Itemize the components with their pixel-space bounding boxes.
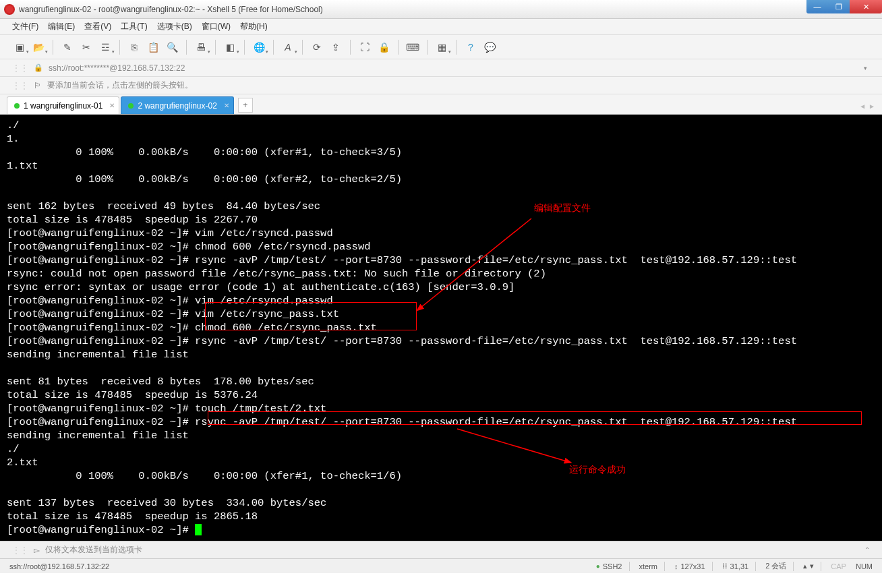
status-connection: ssh://root@192.168.57.132:22 (9, 562, 587, 570)
app-icon (4, 4, 15, 15)
separator (53, 40, 53, 55)
color-icon[interactable]: ◧ (223, 40, 237, 55)
bookmark-icon[interactable]: 🏳 (34, 81, 42, 90)
addressbar: ⋮⋮ 🔒 ssh://root:********@192.168.57.132:… (0, 59, 882, 77)
annotation-arrow-1 (417, 216, 538, 317)
statusbar: ssh://root@192.168.57.132:22 ●SSH2 xterm… (0, 558, 882, 573)
separator (427, 40, 428, 55)
new-session-icon[interactable]: ▣ (12, 40, 27, 55)
separator (186, 40, 187, 55)
info-text: 要添加当前会话，点击左侧的箭头按钮。 (47, 80, 193, 91)
separator (244, 40, 245, 55)
resize-icon: ↕ (674, 562, 678, 570)
maximize-button[interactable]: ❐ (828, 0, 850, 13)
compose-bar: ⋮⋮ ▻ 仅将文本发送到当前选项卡 ⌃ (0, 541, 882, 558)
status-term: xterm (639, 562, 658, 570)
separator (793, 562, 794, 571)
tab-session-1[interactable]: 1 wangruifenglinux-01 ✕ (7, 96, 119, 114)
fullscreen-icon[interactable]: ⛶ (357, 40, 372, 55)
titlebar: wangrufienglinux-02 - root@wangruifengli… (0, 0, 882, 19)
find-icon[interactable]: 🔍 (165, 40, 179, 55)
menubar: 文件(F) 编辑(E) 查看(V) 工具(T) 选项卡(B) 窗口(W) 帮助(… (0, 19, 882, 35)
menu-file[interactable]: 文件(F) (12, 21, 38, 32)
separator (755, 562, 756, 571)
annotation-label-1: 编辑配置文件 (534, 201, 591, 214)
separator (215, 40, 216, 55)
position-icon: ⁞⁞ (722, 562, 728, 570)
print-icon[interactable]: 🖶 (194, 40, 208, 55)
minimize-button[interactable]: — (806, 0, 828, 13)
annotation-arrow-2 (453, 426, 575, 468)
tab-next-icon[interactable]: ► (869, 102, 875, 110)
separator (664, 562, 665, 571)
disconnect-icon[interactable]: ✂ (79, 40, 94, 55)
terminal[interactable]: ./ 1. 0 100% 0.00kB/s 0:00:00 (xfer#1, t… (0, 115, 882, 541)
close-tab-icon[interactable]: ✕ (109, 102, 115, 109)
address-url[interactable]: ssh://root:********@192.168.57.132:22 (49, 63, 185, 73)
menu-edit[interactable]: 编辑(E) (48, 21, 75, 32)
connected-icon: ● (596, 562, 600, 570)
tab-session-2[interactable]: 2 wangrufienglinux-02 ✕ (121, 96, 233, 114)
send-icon[interactable]: ▻ (34, 546, 40, 555)
paste-icon[interactable]: 📋 (146, 40, 160, 55)
expand-icon[interactable]: ⌃ (864, 546, 870, 554)
tab-label: 2 wangrufienglinux-02 (138, 101, 216, 111)
svg-line-1 (457, 429, 566, 461)
status-cap: CAP (831, 562, 846, 570)
help-icon[interactable]: ? (463, 40, 478, 55)
separator (712, 562, 713, 571)
separator (119, 40, 120, 55)
infobar: ⋮⋮ 🏳 要添加当前会话，点击左侧的箭头按钮。 (0, 77, 882, 94)
upload-icon[interactable]: ⇪ (328, 40, 343, 55)
copy-icon[interactable]: ⎘ (127, 40, 142, 55)
tab-prev-icon[interactable]: ◄ (859, 102, 866, 110)
reconnect-icon[interactable]: ✎ (60, 40, 75, 55)
tab-nav: ◄ ► (859, 102, 875, 110)
dropdown-icon[interactable]: ▾ (864, 65, 867, 71)
toolbar: ▣ 📂 ✎ ✂ ☲ ⎘ 📋 🔍 🖶 ◧ 🌐 A ⟳ ⇪ ⛶ 🔒 ⌨ ▦ ? 💬 (0, 35, 882, 59)
status-dot-icon (14, 103, 20, 109)
menu-tools[interactable]: 工具(T) (121, 21, 147, 32)
font-icon[interactable]: A (281, 40, 295, 55)
status-size: 127x31 (681, 562, 705, 570)
separator (629, 562, 630, 571)
sessions-up-icon[interactable]: ▴ (803, 562, 807, 570)
separator (398, 40, 399, 55)
close-tab-icon[interactable]: ✕ (224, 102, 229, 109)
lock-icon[interactable]: 🔒 (376, 40, 391, 55)
close-button[interactable]: ✕ (850, 0, 882, 13)
status-dot-icon (128, 103, 134, 109)
menu-window[interactable]: 窗口(W) (202, 21, 231, 32)
menu-tabs[interactable]: 选项卡(B) (157, 21, 192, 32)
properties-icon[interactable]: ☲ (98, 40, 113, 55)
terminal-output: ./ 1. 0 100% 0.00kB/s 0:00:00 (xfer#1, t… (7, 119, 797, 536)
grip-icon: ⋮⋮ (12, 546, 28, 555)
separator (350, 40, 351, 55)
security-lock-icon: 🔒 (34, 63, 43, 72)
layout-icon[interactable]: ▦ (434, 40, 449, 55)
status-num: NUM (856, 562, 873, 570)
transfer-icon[interactable]: ⟳ (310, 40, 324, 55)
status-position: 31,31 (730, 562, 749, 570)
separator (821, 562, 821, 571)
menu-view[interactable]: 查看(V) (84, 21, 111, 32)
globe-icon[interactable]: 🌐 (252, 40, 266, 55)
compose-placeholder[interactable]: 仅将文本发送到当前选项卡 (45, 544, 142, 556)
cursor (195, 524, 202, 535)
open-icon[interactable]: 📂 (31, 40, 46, 55)
add-tab-button[interactable]: + (238, 98, 253, 113)
separator (273, 40, 274, 55)
window-title: wangrufienglinux-02 - root@wangruifengli… (19, 5, 323, 14)
menu-help[interactable]: 帮助(H) (240, 21, 268, 32)
sessions-down-icon[interactable]: ▾ (810, 562, 814, 570)
tips-icon[interactable]: 💬 (482, 40, 497, 55)
grip-icon: ⋮⋮ (12, 81, 28, 90)
window-controls: — ❐ ✕ (806, 0, 882, 13)
keyboard-icon[interactable]: ⌨ (405, 40, 420, 55)
separator (456, 40, 457, 55)
status-sessions: 2 会话 (765, 561, 786, 571)
grip-icon: ⋮⋮ (12, 63, 28, 73)
separator (302, 40, 303, 55)
tabs-row: 1 wangruifenglinux-01 ✕ 2 wangrufienglin… (0, 94, 882, 115)
annotation-label-2: 运行命令成功 (569, 463, 626, 476)
